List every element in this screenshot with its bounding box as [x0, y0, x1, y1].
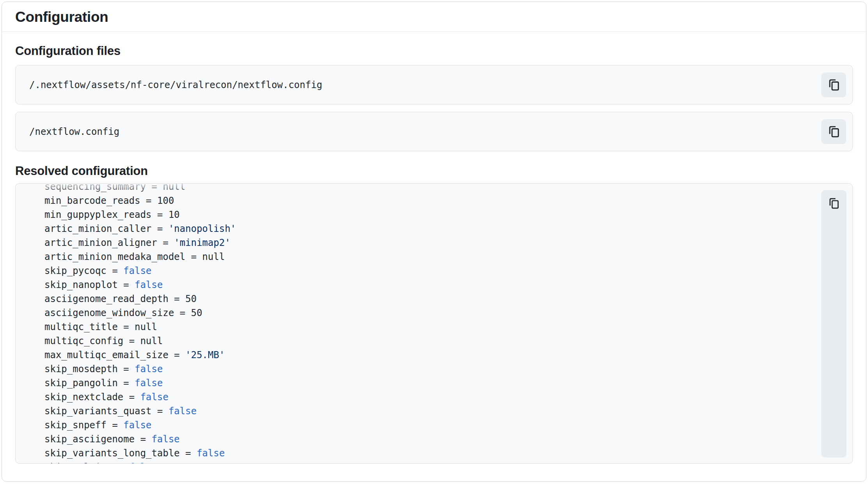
assignment-operator: =	[118, 279, 135, 290]
config-key: min_guppyplex_reads	[44, 209, 152, 220]
config-key: skip_nanoplot	[44, 279, 118, 290]
config-file-path: /.nextflow/assets/nf-core/viralrecon/nex…	[29, 79, 821, 90]
card-header: Configuration	[2, 2, 866, 32]
config-line: max_multiqc_email_size = '25.MB'	[44, 348, 810, 362]
config-line: artic_minion_caller = 'nanopolish'	[44, 222, 810, 236]
config-line: skip_nanoplot = false	[44, 278, 810, 292]
config-key: asciigenome_window_size	[44, 307, 174, 318]
assignment-operator: =	[135, 434, 151, 445]
config-value: false	[168, 406, 197, 417]
config-line: skip_mosdepth = false	[44, 362, 810, 376]
config-value: null	[202, 251, 225, 262]
config-key: min_barcode_reads	[44, 195, 140, 206]
config-key: artic_minion_aligner	[44, 237, 157, 248]
config-line: multiqc_title = null	[44, 320, 810, 334]
assignment-operator: =	[118, 321, 135, 332]
config-value: 50	[191, 307, 202, 318]
config-line: skip_snpeff = false	[44, 418, 810, 432]
config-line: skip_nextclade = false	[44, 390, 810, 404]
resolved-config-code: sequencing_summary = nullmin_barcode_rea…	[16, 184, 852, 463]
config-value: false	[197, 448, 225, 459]
assignment-operator: =	[140, 195, 157, 206]
config-line: artic_minion_medaka_model = null	[44, 250, 810, 264]
assignment-operator: =	[123, 392, 140, 403]
config-line: asciigenome_window_size = 50	[44, 306, 810, 320]
config-key: multiqc_config	[44, 336, 123, 346]
config-key: skip_variants_long_table	[44, 448, 180, 459]
assignment-operator: =	[168, 293, 185, 304]
config-file-box: /.nextflow/assets/nf-core/viralrecon/nex…	[15, 65, 853, 104]
assignment-operator: =	[185, 251, 202, 262]
config-key: sequencing_summary	[44, 184, 146, 192]
config-value: false	[123, 265, 151, 276]
config-key: multiqc_title	[44, 321, 118, 332]
config-value: 'nanopolish'	[168, 223, 236, 234]
config-value: 10	[168, 209, 180, 220]
assignment-operator: =	[118, 364, 135, 374]
config-line: skip_variants_quast = false	[44, 404, 810, 418]
config-value: null	[135, 321, 157, 332]
config-key: skip_multiqc	[44, 462, 112, 463]
assignment-operator: =	[174, 307, 191, 318]
config-value: false	[140, 392, 168, 403]
configuration-card: Configuration Configuration files /.next…	[2, 2, 866, 482]
resolved-config-heading: Resolved configuration	[15, 164, 853, 178]
config-line: multiqc_config = null	[44, 334, 810, 348]
config-line: min_guppyplex_reads = 10	[44, 208, 810, 222]
config-key: skip_mosdepth	[44, 364, 118, 374]
copy-icon	[827, 125, 840, 139]
config-file-path: /nextflow.config	[29, 126, 821, 137]
assignment-operator: =	[180, 448, 197, 459]
card-body: Configuration files /.nextflow/assets/nf…	[2, 32, 866, 464]
config-key: artic_minion_medaka_model	[44, 251, 185, 262]
page-title: Configuration	[15, 9, 108, 25]
config-file-box: /nextflow.config	[15, 112, 853, 151]
config-value: false	[135, 364, 163, 374]
config-line: skip_multiqc = false	[44, 460, 810, 463]
config-value: false	[135, 378, 163, 389]
config-key: artic_minion_caller	[44, 223, 152, 234]
config-line: sequencing_summary = null	[44, 184, 810, 194]
config-line: asciigenome_read_depth = 50	[44, 292, 810, 306]
config-line: min_barcode_reads = 100	[44, 194, 810, 208]
config-value: false	[123, 420, 151, 431]
copy-icon	[828, 197, 840, 210]
config-value: 50	[185, 293, 197, 304]
copy-icon	[827, 78, 840, 92]
config-line: skip_asciigenome = false	[44, 432, 810, 446]
config-key: skip_pangolin	[44, 378, 118, 389]
copy-file-path-button[interactable]	[821, 72, 846, 97]
assignment-operator: =	[112, 462, 129, 463]
assignment-operator: =	[157, 237, 174, 248]
config-key: skip_snpeff	[44, 420, 106, 431]
config-line: skip_variants_long_table = false	[44, 446, 810, 460]
assignment-operator: =	[152, 209, 168, 220]
assignment-operator: =	[168, 350, 185, 360]
copy-resolved-config-button[interactable]	[821, 190, 847, 458]
config-value: 100	[157, 195, 174, 206]
assignment-operator: =	[106, 265, 123, 276]
config-value: null	[140, 336, 163, 346]
assignment-operator: =	[152, 406, 168, 417]
config-key: skip_variants_quast	[44, 406, 152, 417]
assignment-operator: =	[106, 420, 123, 431]
assignment-operator: =	[123, 336, 140, 346]
config-value: null	[163, 184, 185, 192]
config-key: max_multiqc_email_size	[44, 350, 168, 360]
config-key: skip_asciigenome	[44, 434, 135, 445]
assignment-operator: =	[146, 184, 163, 192]
config-key: skip_nextclade	[44, 392, 123, 403]
config-file-list: /.nextflow/assets/nf-core/viralrecon/nex…	[15, 65, 853, 151]
config-key: skip_pycoqc	[44, 265, 106, 276]
config-key: asciigenome_read_depth	[44, 293, 168, 304]
copy-file-path-button[interactable]	[821, 119, 846, 144]
resolved-config-scroll-area[interactable]: sequencing_summary = nullmin_barcode_rea…	[16, 184, 852, 463]
config-value: false	[129, 462, 157, 463]
assignment-operator: =	[152, 223, 168, 234]
config-files-heading: Configuration files	[15, 44, 853, 58]
config-line: artic_minion_aligner = 'minimap2'	[44, 236, 810, 250]
config-value: '25.MB'	[185, 350, 225, 360]
config-value: 'minimap2'	[174, 237, 230, 248]
resolved-config-block: sequencing_summary = nullmin_barcode_rea…	[15, 183, 853, 464]
config-value: false	[152, 434, 180, 445]
